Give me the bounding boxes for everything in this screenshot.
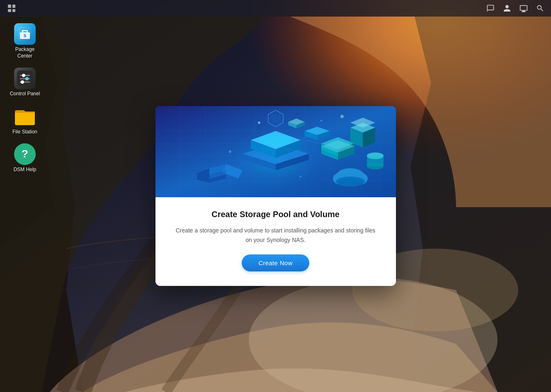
modal-description: Create a storage pool and volume to star… [172, 226, 379, 244]
modal-content: Create Storage Pool and Volume Create a … [155, 197, 396, 286]
svg-point-80 [229, 150, 231, 153]
svg-point-79 [340, 115, 344, 118]
svg-point-74 [338, 179, 363, 186]
svg-point-77 [258, 121, 260, 124]
modal-title: Create Storage Pool and Volume [172, 210, 379, 219]
modal-overlay: Create Storage Pool and Volume Create a … [0, 0, 551, 392]
create-now-button[interactable]: Create Now [242, 254, 309, 271]
modal-illustration [155, 106, 396, 197]
svg-point-81 [300, 176, 301, 177]
svg-point-58 [367, 152, 384, 159]
svg-point-41 [259, 134, 292, 146]
svg-point-57 [367, 163, 384, 169]
svg-point-78 [320, 120, 322, 121]
create-storage-modal: Create Storage Pool and Volume Create a … [155, 106, 396, 286]
storage-illustration-svg [155, 106, 396, 197]
